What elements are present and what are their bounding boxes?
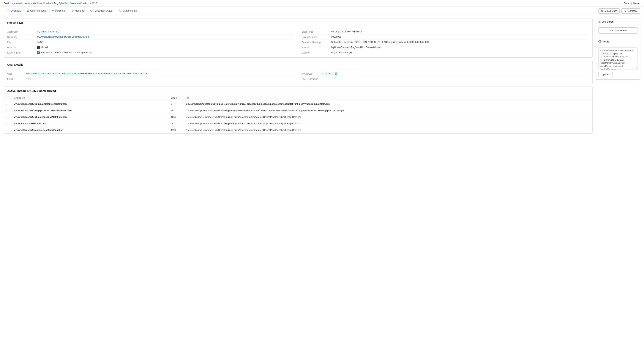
row-line: 8 — [169, 101, 184, 107]
registers-icon: ▼ — [52, 9, 54, 12]
tab-debugger[interactable]: </> Debugger Output — [87, 7, 116, 15]
comment-icon: 💬 — [598, 40, 601, 43]
info-row-environment: Environment W Windows 10 Version 22621 M… — [7, 50, 295, 55]
row-file: C:\Users\bobby\Desktop\GitHub\UnrealEngi… — [184, 127, 592, 134]
create-defect-button[interactable]: ⚙ Create Defect — [598, 28, 638, 34]
function-value: MyUnrealCrasher!UBugSplatUtils::Generate… — [331, 46, 381, 49]
row-line: 1066 — [169, 114, 184, 120]
info-row-stackkey: Stack Key MyUnrealCrasher!UBugSplatUtils… — [7, 34, 295, 40]
table-row: ›MyUnrealCrasher!FFrame::Step467C:\Users… — [4, 120, 592, 127]
row-line: 1199 — [169, 127, 184, 134]
table-row: ›MyUnrealCrasher!UBugSplatUtils::Generat… — [4, 101, 592, 107]
exceptionmsg-value: Unhandled Exception: EXCEPTION_ACCESS_VI… — [331, 41, 429, 44]
col-file: File — [184, 95, 592, 101]
thread-table: Method i Line # File ›MyUnrealCrasher!UB… — [4, 95, 592, 134]
notes-header: 💬 Notes — [596, 38, 640, 45]
user-left: User 7deca0964d3faabbaab997be92c4bae6|1e… — [4, 69, 298, 84]
chevron-icon[interactable]: › — [6, 123, 7, 125]
info-row-platform: Platform U Unreal — [7, 45, 295, 50]
row-method: MyUnrealCrasher!UObject::execCallMathFun… — [11, 114, 169, 120]
row-line: 28 — [169, 107, 184, 114]
info-row-location: Location BugSplatUtils.cpp(8) — [302, 50, 589, 55]
breadcrumb-report-id: 6125 — [92, 2, 97, 5]
right-panel: ⚠ Log Defect ⚙ Create Defect 💬 Notes Upd… — [596, 18, 640, 134]
user-details-title: User Details — [4, 60, 592, 69]
older-link[interactable]: Older — [624, 2, 630, 5]
crashtime-value: 05-15-2023 1:44:07 PM GMT-4 — [331, 30, 362, 33]
user-grid: User 7deca0964d3faabbaab997be92c4bae6|1e… — [4, 69, 592, 84]
file-icon: 📄 — [7, 9, 10, 12]
breadcrumb-fred[interactable]: Fred — [4, 2, 9, 5]
info-row-key: Key en-US — [7, 40, 295, 45]
thread-card: Active Thread ID:13376 GameThread Method… — [4, 86, 592, 134]
report-card: Report 6125 Application my-unreal-crashe… — [4, 18, 592, 58]
chevron-icon[interactable]: › — [6, 129, 7, 131]
unreal-icon: U — [37, 46, 40, 49]
chevron-icon[interactable]: › — [6, 103, 7, 105]
report-info-grid: Application my-unreal-crasher-1.0 Stack … — [4, 27, 592, 58]
defect-header: ⚠ Log Defect — [596, 18, 640, 25]
row-file: C:\Users\bobby\Desktop\GitHub\UnrealEngi… — [184, 107, 592, 114]
thread-title: Active Thread ID:13376 GameThread — [4, 87, 592, 95]
chevron-icon[interactable]: › — [6, 116, 7, 118]
attachments-icon: 📎 — [119, 9, 122, 12]
globe-icon: 🌐 — [335, 72, 338, 75]
row-expand[interactable]: › — [4, 114, 11, 120]
tab-overview[interactable]: 📄 Overview — [4, 7, 24, 15]
table-row: ›MyUnrealCrasher!UObject::execCallMathFu… — [4, 114, 592, 120]
info-row-exceptionmsg: Exception Message Unhandled Exception: E… — [302, 40, 589, 45]
notes-panel: 💬 Notes Update — [596, 38, 640, 80]
tab-modules[interactable]: ⚙ Modules — [68, 7, 87, 15]
threads-icon: ☰ — [27, 9, 29, 12]
row-line: 467 — [169, 120, 184, 127]
location-value: BugSplatUtils.cpp(8) — [331, 51, 352, 54]
tab-actions: ✉ Contact User ↻ Reprocess — [598, 8, 640, 14]
breadcrumb-app[interactable]: my-unreal-crasher — [11, 2, 30, 5]
tab-attachments[interactable]: 📎 Attachments — [116, 7, 140, 15]
row-expand[interactable]: › — [4, 101, 11, 107]
update-button[interactable]: Update — [598, 72, 612, 77]
notes-body: Update — [596, 45, 640, 80]
row-method: MyUnrealCrasher!ProcessLocalScriptFuncti… — [11, 127, 169, 134]
tab-registers[interactable]: ▼ Registers — [49, 7, 68, 15]
modules-icon: ⚙ — [72, 9, 74, 12]
row-method: MyUnrealCrasher!UBugSplatUtils::execGene… — [11, 107, 169, 114]
user-details-card: User Details User 7deca0964d3faabbaab997… — [4, 60, 592, 84]
user-link[interactable]: 7deca0964d3faabbaab997be92c4bae6|1ec538b… — [26, 72, 148, 75]
ip-link[interactable]: 71.117.187.2 — [320, 72, 333, 75]
warning-icon: ⚠ — [598, 20, 600, 23]
reprocess-button[interactable]: ↻ Reprocess — [622, 8, 640, 14]
debugger-icon: </> — [90, 9, 94, 12]
tab-other-threads[interactable]: ☰ Other Threads — [24, 7, 49, 15]
info-row-function: Function MyUnrealCrasher!UBugSplatUtils:… — [302, 45, 589, 50]
row-expand[interactable]: › — [4, 107, 11, 114]
info-row-application: Application my-unreal-crasher-1.0 — [7, 29, 295, 34]
breadcrumb-stack[interactable]: MyUnrealCrasher!UBugSplatUtils::Generate… — [32, 2, 89, 5]
newer-link[interactable]: Newer — [633, 2, 640, 5]
method-info-icon[interactable]: i — [22, 97, 25, 99]
chevron-icon[interactable]: › — [6, 110, 7, 112]
contact-user-button[interactable]: ✉ Contact User — [598, 8, 620, 14]
row-method: MyUnrealCrasher!FFrame::Step — [11, 120, 169, 127]
defect-body: ⚙ Create Defect — [596, 25, 640, 36]
stackkey-link[interactable]: MyUnrealCrasher!UBugSplatUtils::Generate… — [37, 36, 90, 38]
thread-table-header: Method i Line # File — [4, 95, 592, 101]
table-row: ›MyUnrealCrasher!UBugSplatUtils::execGen… — [4, 107, 592, 114]
report-left: Application my-unreal-crasher-1.0 Stack … — [4, 27, 298, 58]
row-expand[interactable]: › — [4, 127, 11, 134]
user-row-ip: IP Address 71.117.187.2 🌐 — [302, 71, 589, 76]
main-layout: Report 6125 Application my-unreal-crashe… — [0, 15, 644, 137]
row-file: C:\Users\bobby\Desktop\GitHub\UnrealEngi… — [184, 101, 592, 107]
user-row-user: User 7deca0964d3faabbaab997be92c4bae6|1e… — [7, 71, 295, 76]
user-row-email: Email None — [7, 76, 295, 82]
report-right: Crash Time 05-15-2023 1:44:07 PM GMT-4 E… — [298, 27, 592, 58]
user-right: IP Address 71.117.187.2 🌐 User Descripti… — [298, 69, 592, 84]
notes-textarea[interactable] — [598, 47, 638, 70]
windows-icon: W — [37, 52, 40, 54]
row-expand[interactable]: › — [4, 120, 11, 127]
chevron-left-icon: ‹ — [622, 2, 622, 5]
key-value: en-US — [37, 41, 44, 44]
application-link[interactable]: my-unreal-crasher-1.0 — [37, 30, 59, 33]
gear-icon-sm: ⚙ — [609, 29, 611, 32]
row-file: C:\Users\bobby\Desktop\GitHub\UnrealEngi… — [184, 120, 592, 127]
